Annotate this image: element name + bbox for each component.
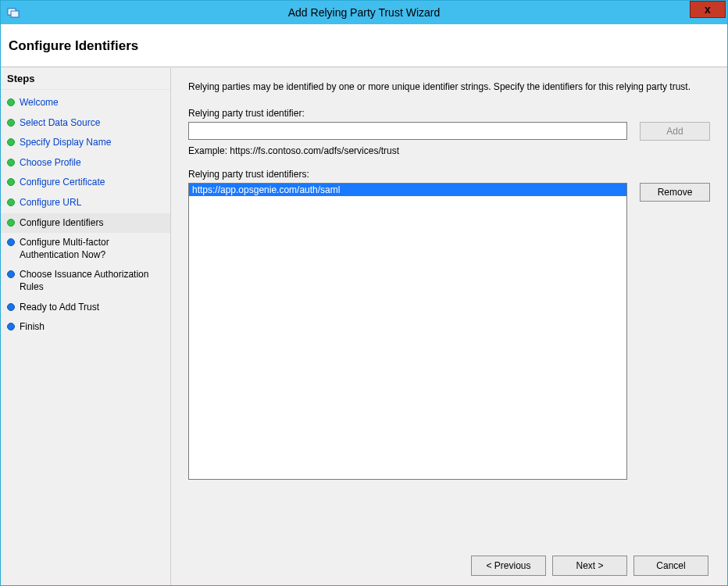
next-button[interactable]: Next > xyxy=(552,556,627,576)
svg-rect-1 xyxy=(11,11,19,17)
step-bullet-icon xyxy=(7,119,15,127)
steps-header: Steps xyxy=(1,68,170,90)
titlebar: Add Relying Party Trust Wizard x xyxy=(1,1,727,24)
step-bullet-icon xyxy=(7,219,15,227)
step-item[interactable]: Configure URL xyxy=(1,193,170,213)
step-item: Ready to Add Trust xyxy=(1,298,170,318)
step-bullet-icon xyxy=(7,98,15,106)
list-side-buttons: Remove xyxy=(640,183,710,202)
page-title: Configure Identifiers xyxy=(9,38,719,54)
page-header: Configure Identifiers xyxy=(1,24,727,67)
close-icon: x xyxy=(705,3,711,16)
body: Steps WelcomeSelect Data SourceSpecify D… xyxy=(1,67,727,585)
step-label: Choose Issuance Authorization Rules xyxy=(20,269,164,293)
step-bullet-icon xyxy=(7,198,15,206)
window-title: Add Relying Party Trust Wizard xyxy=(1,6,727,19)
step-item: Configure Multi-factor Authentication No… xyxy=(1,233,170,265)
identifiers-list-row: https://app.opsgenie.com/auth/saml Remov… xyxy=(188,183,710,541)
identifiers-listbox[interactable]: https://app.opsgenie.com/auth/saml xyxy=(188,183,627,480)
step-bullet-icon xyxy=(7,303,15,311)
close-button[interactable]: x xyxy=(690,1,726,18)
identifier-input[interactable] xyxy=(188,122,627,140)
wizard-footer: < Previous Next > Cancel xyxy=(188,556,710,576)
step-label: Finish xyxy=(20,321,45,334)
cancel-button[interactable]: Cancel xyxy=(633,556,708,576)
add-button[interactable]: Add xyxy=(640,122,710,141)
step-label: Configure Identifiers xyxy=(20,217,103,230)
step-label: Configure URL xyxy=(20,197,81,209)
identifier-input-row: Add xyxy=(188,122,710,141)
step-bullet-icon xyxy=(7,159,15,166)
step-label: Select Data Source xyxy=(20,117,100,130)
step-item: Finish xyxy=(1,317,170,338)
step-item[interactable]: Configure Certificate xyxy=(1,173,170,193)
identifier-example-text: Example: https://fs.contoso.com/adfs/ser… xyxy=(188,145,710,156)
remove-button[interactable]: Remove xyxy=(640,183,710,202)
instructions-text: Relying parties may be identified by one… xyxy=(188,80,710,94)
steps-list: WelcomeSelect Data SourceSpecify Display… xyxy=(1,90,170,341)
step-item[interactable]: Specify Display Name xyxy=(1,133,170,153)
identifiers-list-label: Relying party trust identifiers: xyxy=(188,169,710,180)
previous-button[interactable]: < Previous xyxy=(471,556,546,576)
step-item[interactable]: Welcome xyxy=(1,93,170,113)
step-label: Configure Multi-factor Authentication No… xyxy=(20,237,164,261)
step-label: Configure Certificate xyxy=(20,177,105,189)
step-label: Welcome xyxy=(20,97,59,109)
steps-sidebar: Steps WelcomeSelect Data SourceSpecify D… xyxy=(1,68,171,585)
step-bullet-icon xyxy=(7,138,15,146)
main-panel: Relying parties may be identified by one… xyxy=(171,68,727,585)
step-bullet-icon xyxy=(7,238,15,246)
step-item: Configure Identifiers xyxy=(1,213,170,234)
identifier-input-label: Relying party trust identifier: xyxy=(188,108,710,119)
step-bullet-icon xyxy=(7,323,15,331)
step-item: Choose Issuance Authorization Rules xyxy=(1,265,170,297)
app-icon xyxy=(7,6,20,19)
step-label: Specify Display Name xyxy=(20,137,111,149)
wizard-window: Add Relying Party Trust Wizard x Configu… xyxy=(0,0,728,586)
step-bullet-icon xyxy=(7,178,15,186)
identifier-list-item[interactable]: https://app.opsgenie.com/auth/saml xyxy=(189,184,626,196)
step-label: Choose Profile xyxy=(20,157,81,170)
step-item[interactable]: Select Data Source xyxy=(1,113,170,134)
step-bullet-icon xyxy=(7,270,15,278)
step-item[interactable]: Choose Profile xyxy=(1,153,170,173)
step-label: Ready to Add Trust xyxy=(20,302,99,314)
